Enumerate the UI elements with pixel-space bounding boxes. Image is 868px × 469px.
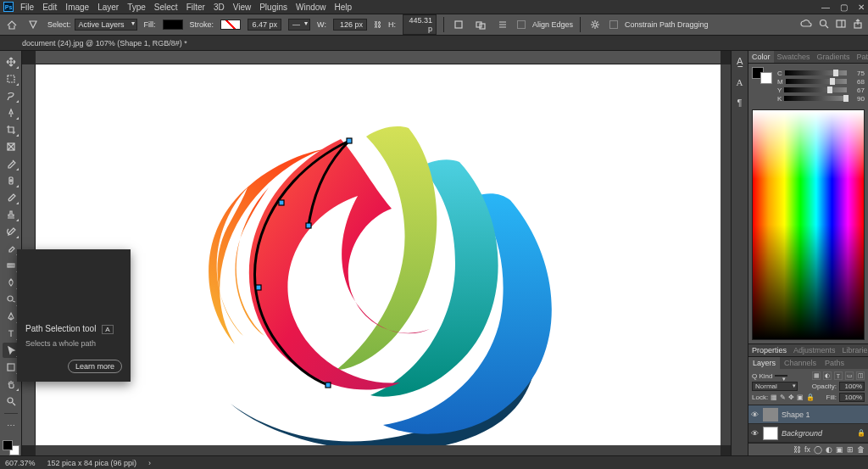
doc-info-chevron-icon[interactable]: › — [148, 459, 151, 467]
menu-edit[interactable]: Edit — [42, 3, 57, 12]
select-dropdown[interactable]: Active Layers — [75, 19, 137, 31]
menu-type[interactable]: Type — [127, 3, 146, 12]
layer-row[interactable]: 👁Background🔒 — [748, 424, 868, 443]
tab-swatches[interactable]: Swatches — [774, 51, 814, 63]
slider-C[interactable] — [785, 70, 847, 75]
cloud-icon[interactable] — [800, 19, 812, 31]
tab-layers[interactable]: Layers — [748, 357, 780, 369]
tab-libraries[interactable]: Libraries — [839, 344, 868, 356]
eyedropper-tool[interactable] — [3, 156, 19, 171]
stroke-swatch[interactable] — [220, 20, 241, 30]
blend-mode-dropdown[interactable]: Normal — [752, 382, 798, 391]
menu-file[interactable]: File — [20, 3, 34, 12]
layer-kind-dropdown[interactable] — [775, 375, 787, 377]
menu-select[interactable]: Select — [154, 3, 178, 12]
doc-info[interactable]: 152 pica x 84 pica (96 ppi) — [47, 459, 137, 467]
delete-layer-icon[interactable]: 🗑 — [857, 445, 865, 454]
home-icon[interactable] — [5, 19, 19, 31]
crop-tool[interactable] — [3, 122, 19, 137]
lock-icon[interactable]: 🔒 — [857, 429, 865, 437]
layer-fill-field[interactable]: 100% — [839, 393, 865, 402]
color-swatches[interactable] — [3, 440, 19, 455]
height-field[interactable]: 445.31 p — [403, 14, 437, 35]
color-spectrum[interactable] — [752, 109, 865, 340]
workspace-icon[interactable] — [836, 19, 846, 31]
layer-style-icon[interactable]: fx — [804, 445, 810, 454]
search-icon[interactable] — [819, 19, 829, 31]
zoom-field[interactable]: 607.37% — [5, 459, 36, 467]
lock-position-icon[interactable]: ✥ — [788, 394, 794, 401]
tab-channels[interactable]: Channels — [780, 357, 821, 369]
stroke-width-field[interactable]: 6.47 px — [248, 19, 281, 31]
canvas[interactable] — [36, 64, 721, 445]
menu-3d[interactable]: 3D — [214, 3, 225, 12]
filter-smart-icon[interactable]: ◫ — [856, 371, 865, 380]
filter-shape-icon[interactable]: ▭ — [845, 371, 854, 380]
visibility-icon[interactable]: 👁 — [751, 410, 760, 419]
opacity-field[interactable]: 100% — [839, 382, 865, 391]
link-wh-icon[interactable]: ⛓ — [374, 20, 381, 29]
visibility-icon[interactable]: 👁 — [751, 429, 760, 438]
stroke-style-dropdown[interactable]: — — [288, 19, 310, 31]
slider-K[interactable] — [784, 96, 847, 101]
minimize-button[interactable]: — — [821, 3, 830, 12]
tab-adjustments[interactable]: Adjustments — [790, 344, 839, 356]
group-icon[interactable]: ▣ — [836, 445, 843, 454]
zoom-tool[interactable] — [3, 394, 19, 409]
link-layers-icon[interactable]: ⛓ — [793, 445, 801, 454]
menu-window[interactable]: Window — [296, 3, 326, 12]
paragraph-panel-icon[interactable]: ¶ — [737, 98, 743, 108]
new-layer-icon[interactable]: ⊞ — [847, 445, 854, 454]
scrollbar-vertical[interactable] — [721, 64, 731, 445]
lock-all-icon[interactable]: 🔒 — [806, 394, 815, 401]
character-panel-icon[interactable]: A — [737, 77, 743, 87]
document-tab[interactable]: document (24).jpg @ 107% (Shape 1, RGB/8… — [22, 39, 187, 47]
edit-toolbar-button[interactable]: ⋯ — [3, 418, 19, 433]
layer-mask-icon[interactable]: ◯ — [814, 445, 822, 454]
tab-properties[interactable]: Properties — [748, 344, 790, 356]
fill-swatch[interactable] — [163, 20, 183, 30]
lasso-tool[interactable] — [3, 88, 19, 103]
stamp-tool[interactable] — [3, 207, 19, 222]
quick-select-tool[interactable] — [3, 105, 19, 120]
layer-thumbnail[interactable] — [763, 427, 778, 440]
history-brush-tool[interactable] — [3, 224, 19, 239]
tab-gradients[interactable]: Gradients — [814, 51, 854, 63]
filter-pixel-icon[interactable]: ▦ — [812, 371, 821, 380]
brush-tool[interactable] — [3, 190, 19, 205]
width-field[interactable]: 126 px — [333, 19, 367, 31]
tab-paths[interactable]: Paths — [821, 357, 849, 369]
menu-filter[interactable]: Filter — [186, 3, 205, 12]
menu-help[interactable]: Help — [335, 3, 353, 12]
constrain-checkbox[interactable] — [609, 20, 618, 29]
menu-view[interactable]: View — [233, 3, 252, 12]
slider-Y[interactable] — [784, 87, 847, 92]
tab-color[interactable]: Color — [748, 51, 774, 63]
adjustment-layer-icon[interactable]: ◐ — [826, 445, 832, 454]
path-arrange-icon[interactable] — [473, 18, 488, 31]
align-edges-checkbox[interactable] — [517, 20, 526, 29]
learn-more-button[interactable]: Learn more — [68, 360, 122, 373]
menu-plugins[interactable]: Plugins — [259, 3, 287, 12]
glyph-panel-icon[interactable]: A̲ — [737, 56, 743, 67]
scrollbar-horizontal[interactable] — [36, 445, 721, 455]
ruler-horizontal[interactable] — [36, 51, 721, 64]
menu-layer[interactable]: Layer — [97, 3, 119, 12]
menu-image[interactable]: Image — [65, 3, 89, 12]
lock-artboard-icon[interactable]: ▣ — [797, 394, 804, 401]
color-swatch-pair[interactable] — [752, 67, 772, 103]
move-tool[interactable] — [3, 54, 19, 70]
share-icon[interactable] — [853, 19, 863, 31]
filter-adjust-icon[interactable]: ◐ — [823, 371, 832, 380]
path-align-icon[interactable] — [451, 18, 466, 31]
slider-M[interactable] — [786, 79, 847, 84]
frame-tool[interactable] — [3, 139, 19, 154]
path-options-icon[interactable] — [495, 18, 510, 31]
heal-tool[interactable] — [3, 173, 19, 188]
maximize-button[interactable]: ▢ — [840, 3, 848, 12]
marquee-tool[interactable] — [3, 71, 19, 87]
layer-thumbnail[interactable] — [763, 408, 778, 422]
lock-transparent-icon[interactable]: ▦ — [771, 394, 777, 401]
filter-type-icon[interactable]: T — [834, 371, 843, 380]
layer-row[interactable]: 👁Shape 1 — [748, 405, 868, 424]
